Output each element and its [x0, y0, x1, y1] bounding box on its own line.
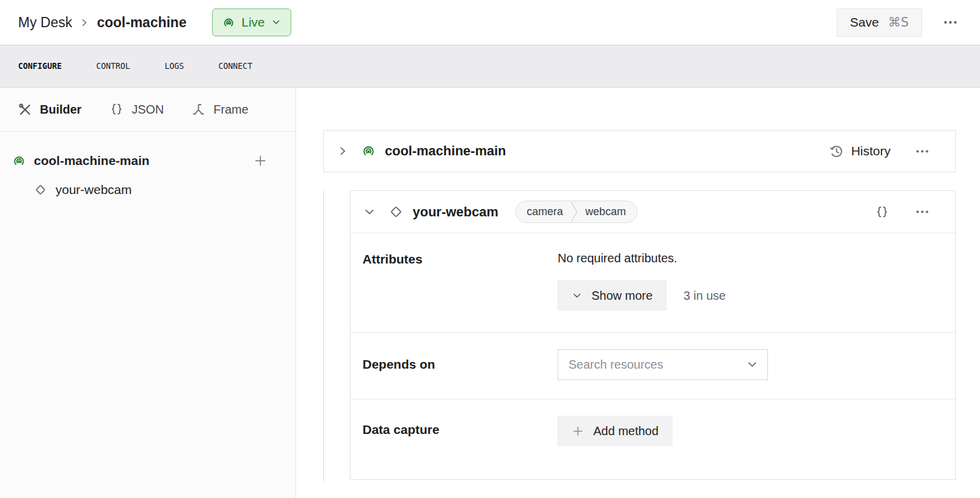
component-more-menu-button[interactable] [911, 201, 933, 223]
plus-icon [572, 425, 584, 438]
breadcrumb: My Desk cool-machine [18, 15, 187, 31]
breadcrumb-parent[interactable]: My Desk [18, 15, 72, 31]
configure-sidebar: Builder JSON [0, 88, 296, 498]
configure-main-panel: cool-machine-main History [296, 88, 980, 498]
curly-braces-icon [875, 205, 889, 219]
history-button[interactable]: History [829, 144, 891, 159]
history-clock-icon [829, 144, 844, 159]
depends-on-section: Depends on [350, 333, 955, 399]
save-button[interactable]: Save ⌘S [837, 8, 922, 37]
mode-frame-label: Frame [213, 103, 248, 117]
machine-part-icon [12, 154, 26, 168]
mode-json[interactable]: JSON [109, 102, 164, 117]
machine-tab-bar: CONFIGURE CONTROL LOGS CONNECT [0, 45, 980, 88]
chevron-down-icon [363, 205, 376, 218]
attributes-section-label: Attributes [350, 233, 558, 332]
component-card: your-webcam camera webcam [350, 190, 956, 480]
machine-part-card: cool-machine-main History [323, 130, 956, 172]
mode-builder[interactable]: Builder [18, 103, 82, 117]
component-type-badge: camera webcam [515, 201, 637, 223]
crossed-tools-icon [18, 103, 32, 117]
part-card-title: cool-machine-main [385, 143, 506, 159]
tab-control[interactable]: CONTROL [96, 62, 130, 71]
depends-on-select[interactable] [558, 349, 768, 380]
machine-status-live-button[interactable]: Live [212, 8, 292, 36]
machine-part-icon [361, 144, 376, 158]
attributes-section: Attributes No required attributes. Show … [350, 233, 955, 333]
tab-connect[interactable]: CONNECT [219, 62, 253, 71]
tree-item-label: your-webcam [56, 183, 132, 197]
live-badge-label: Live [242, 15, 265, 30]
mode-json-label: JSON [132, 103, 164, 117]
badge-separator-icon [571, 201, 578, 223]
component-card-title: your-webcam [413, 204, 498, 220]
header-more-menu-button[interactable] [939, 11, 962, 34]
show-more-label: Show more [592, 289, 653, 303]
mode-builder-label: Builder [40, 103, 82, 117]
chevron-down-icon [271, 18, 281, 27]
tab-logs[interactable]: LOGS [164, 62, 184, 71]
show-more-button[interactable]: Show more [558, 280, 666, 311]
plus-icon [253, 154, 268, 168]
app-window: My Desk cool-machine Live [0, 0, 980, 498]
chevron-down-icon [572, 290, 582, 301]
component-json-button[interactable] [871, 201, 893, 223]
component-diamond-icon [388, 204, 404, 220]
data-capture-section-label: Data capture [350, 399, 558, 479]
depends-on-section-label: Depends on [350, 333, 558, 399]
component-model: webcam [578, 205, 637, 218]
live-broadcast-icon [222, 16, 235, 29]
nesting-connector-line [323, 190, 324, 482]
curly-braces-icon [109, 102, 124, 117]
add-method-label: Add method [593, 424, 659, 438]
save-button-label: Save [850, 15, 879, 30]
config-mode-switcher: Builder JSON [0, 88, 295, 132]
axes-tree-icon [192, 103, 205, 117]
data-capture-section: Data capture Add method [350, 399, 955, 479]
add-component-button[interactable] [252, 152, 269, 169]
attributes-in-use-count: 3 in use [683, 289, 726, 303]
tab-configure[interactable]: CONFIGURE [18, 62, 62, 71]
ellipsis-icon [943, 15, 958, 30]
chevron-right-icon [337, 145, 349, 157]
part-children-group: your-webcam camera webcam [323, 190, 980, 480]
part-card-more-menu-button[interactable] [911, 140, 933, 163]
history-label: History [851, 144, 891, 158]
save-shortcut: ⌘S [888, 15, 909, 30]
tree-item-machine-part[interactable]: cool-machine-main [0, 146, 295, 175]
component-diamond-icon [33, 183, 48, 197]
expand-part-button[interactable] [333, 141, 352, 161]
ellipsis-icon [915, 144, 930, 159]
add-method-button[interactable]: Add method [558, 416, 672, 446]
tree-item-label: cool-machine-main [34, 154, 149, 168]
chevron-right-icon [79, 18, 89, 28]
collapse-component-button[interactable] [359, 202, 379, 222]
resource-tree: cool-machine-main your-webcam [0, 132, 295, 204]
top-header: My Desk cool-machine Live [0, 0, 980, 45]
component-category: camera [516, 205, 571, 218]
ellipsis-icon [915, 204, 930, 219]
mode-frame[interactable]: Frame [192, 103, 248, 117]
attributes-empty-text: No required attributes. [558, 251, 726, 265]
component-card-header: your-webcam camera webcam [350, 191, 955, 233]
search-resources-input[interactable] [558, 358, 767, 372]
breadcrumb-current: cool-machine [97, 15, 186, 31]
tree-item-component[interactable]: your-webcam [0, 175, 295, 204]
